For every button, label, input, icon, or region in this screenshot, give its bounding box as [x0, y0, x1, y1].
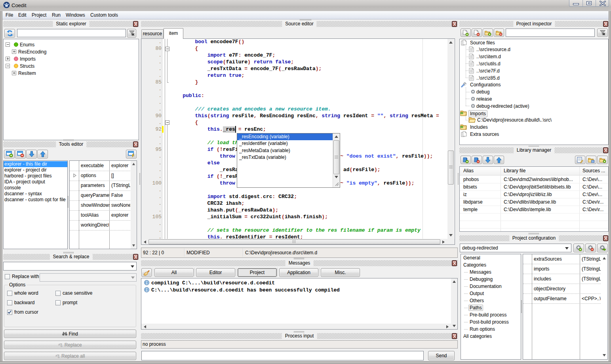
svg-text:b: b — [58, 355, 60, 358]
svg-text:b: b — [61, 344, 63, 347]
svg-text:a: a — [55, 354, 57, 357]
svg-text:a: a — [58, 343, 60, 346]
